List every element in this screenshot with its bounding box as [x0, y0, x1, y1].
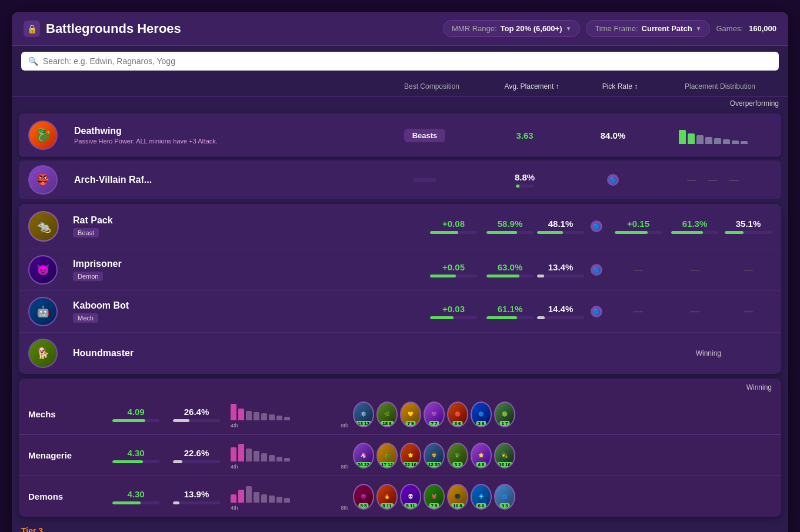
deathwing-pick-val: 84.0% [601, 131, 626, 140]
mechs-dist-bars [231, 400, 290, 420]
arch-villain-icon-cell: 🔵 [572, 174, 654, 186]
houndmaster-row[interactable]: 🐕 Houndmaster Winning [19, 332, 781, 374]
rat-pack-icon: 🔵 [591, 220, 602, 232]
rat-pack-bar4-bg [615, 231, 662, 234]
rat-pack-stat5-val: 61.3% [682, 219, 708, 229]
deathwing-best-comp: Beasts [372, 129, 478, 142]
mechs-avg: 4.09 [109, 407, 162, 422]
menagerie-row[interactable]: Menagerie 4.30 22.6% [19, 435, 781, 476]
rat-pack-info: Rat Pack Beast [73, 215, 424, 237]
menagerie-bar5 [261, 453, 267, 461]
imprisoner-bar3-bg [537, 275, 584, 277]
deathwing-placement-val: 3.63 [516, 131, 533, 140]
tier3-label: Tier 3 [12, 521, 788, 532]
mmr-label: MMR Range: [452, 24, 497, 33]
mmr-range-control[interactable]: MMR Range: Top 20% (6,600+) ▼ [443, 20, 580, 37]
menagerie-card-3: 🌟22 16 [400, 443, 421, 469]
menagerie-card-6: ⭐4 6 [471, 443, 492, 469]
kaboom-stat1-val: +0.03 [442, 304, 465, 314]
menagerie-bar8 [284, 458, 290, 461]
kaboom-type: Mech [73, 313, 98, 323]
demons-pick-val: 13.9% [184, 489, 209, 499]
mechs-card-2: 🌿18 8 [376, 401, 398, 427]
mechs-pick-bar-bg [173, 419, 220, 422]
demons-card-2: 🔥5 11 [376, 484, 398, 510]
demons-card-7: 🌀3 3 [494, 484, 515, 510]
deathwing-name: Deathwing [74, 126, 372, 136]
menagerie-pick-bar-fill [173, 460, 182, 463]
deathwing-row[interactable]: 🐉 Deathwing Passive Hero Power: ALL mini… [19, 113, 781, 157]
demons-bar5 [261, 494, 267, 503]
avg-placement-header[interactable]: Avg. Placement ↑ [485, 82, 579, 91]
rat-pack-row[interactable]: 🐀 Rat Pack Beast +0.08 58.9% 48.1% 🔵 + [19, 204, 781, 249]
rat-pack-bar2-fill [486, 231, 517, 234]
kaboom-dash1: — [612, 306, 665, 317]
arch-villain-info: Arch-Villain Raf... [69, 175, 372, 185]
mechs-dist: 4th 8th [231, 400, 348, 429]
houndmaster-name: Houndmaster [73, 348, 424, 359]
mechs-bar4 [254, 412, 259, 420]
imprisoner-stat3-val: 13.4% [548, 262, 574, 272]
time-frame-control[interactable]: Time Frame: Current Patch ▼ [586, 20, 710, 37]
mechs-bar5 [261, 413, 267, 420]
search-input[interactable] [43, 56, 772, 66]
dist-bar-2 [688, 133, 695, 144]
page-title: Battlegrounds Heroes [46, 21, 181, 36]
mechs-bar6 [269, 414, 275, 420]
demons-row[interactable]: Demons 4.30 13.9% [19, 476, 781, 517]
kaboom-stat2-val: 61.1% [498, 304, 523, 314]
arch-villain-dash2: — [708, 175, 718, 185]
mechs-bar8 [284, 417, 290, 420]
dist-bar-5 [714, 138, 721, 144]
demons-name: Demons [28, 491, 105, 501]
beasts-tag: Beasts [404, 129, 446, 142]
rat-pack-stat4-val: +0.15 [627, 219, 649, 229]
time-value: Current Patch [642, 24, 692, 33]
mechs-avg-val: 4.09 [127, 407, 144, 417]
rank-col-header [21, 82, 56, 91]
kaboom-bar3-bg [537, 316, 584, 319]
kaboom-dash2: — [668, 306, 721, 317]
rat-pack-name: Rat Pack [73, 215, 424, 226]
search-input-wrap: 🔍 [21, 52, 779, 71]
arch-villain-dash3: — [729, 175, 739, 185]
mechs-bar3 [246, 411, 252, 420]
mechs-cards: ⚙️13 13 🌿18 8 💛7 9 💜7 7 🔴3 6 🔵3 6 🟢1 7 [353, 401, 772, 427]
menagerie-card-4: 🦁12 55 [424, 443, 445, 469]
menagerie-card-2: 🐉17 12 [376, 443, 398, 469]
page-title-section: 🔒 Battlegrounds Heroes [24, 21, 181, 37]
demons-dist-bars [231, 482, 290, 503]
menagerie-dist: 4th 8th [231, 441, 348, 470]
pick-rate-header[interactable]: Pick Rate ↕ [579, 82, 661, 91]
mechs-8th-label: 8th [341, 423, 348, 429]
menagerie-pick-bar-bg [173, 460, 220, 463]
deathwing-avg-placement: 3.63 [478, 131, 572, 140]
imprisoner-row[interactable]: 👿 Imprisoner Demon +0.05 63.0% 13.4% 🔵 — [19, 249, 781, 290]
rat-pack-bar6-fill [725, 231, 744, 234]
demons-bar8 [284, 498, 290, 503]
menagerie-bar2 [238, 444, 244, 461]
kaboom-bot-row[interactable]: 🤖 Kaboom Bot Mech +0.03 61.1% 14.4% 🔵 — … [19, 290, 781, 332]
kaboom-bar2-fill [486, 316, 517, 319]
arch-villain-row[interactable]: 👺 Arch-Villain Raf... 8.8% 🔵 — — — [19, 160, 781, 199]
mechs-card-3: 💛7 9 [400, 401, 421, 427]
best-comp-header: Best Composition [379, 82, 485, 91]
deathwing-power: Passive Hero Power: ALL minions have +3 … [74, 138, 372, 145]
rat-pack-bar6-bg [725, 231, 772, 234]
imprisoner-stat1-val: +0.05 [442, 262, 465, 272]
menagerie-bar4 [254, 451, 259, 461]
kaboom-icon-cell: 🔵 [585, 306, 608, 317]
rat-pack-stat1: +0.08 [427, 219, 480, 234]
mechs-avg-bar-fill [112, 419, 145, 422]
rat-pack-stat6-val: 35.1% [736, 219, 761, 229]
houndmaster-avatar: 🐕 [28, 339, 58, 368]
mechs-row[interactable]: Mechs 4.09 26.4% [19, 394, 781, 435]
table-header: Best Composition Avg. Placement ↑ Pick R… [12, 76, 788, 97]
demons-card-3: 💀5 11 [400, 484, 421, 510]
demons-bar2 [238, 490, 244, 503]
rat-pack-stat1-val: +0.08 [442, 219, 465, 229]
page-header: 🔒 Battlegrounds Heroes MMR Range: Top 20… [12, 12, 788, 46]
menagerie-avg-val: 4.30 [127, 448, 144, 458]
imprisoner-stat2: 63.0% [484, 262, 536, 277]
houndmaster-info: Houndmaster [73, 348, 424, 359]
